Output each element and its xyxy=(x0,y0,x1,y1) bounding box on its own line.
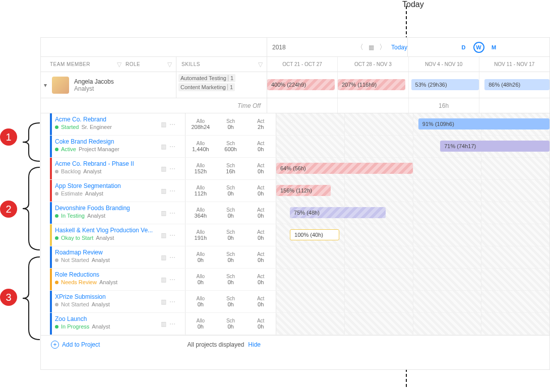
skill-pill[interactable]: Content Marketing1 xyxy=(178,83,235,91)
allo-value: 208h24 xyxy=(191,124,210,130)
project-status: Okay to Start xyxy=(61,235,93,241)
skill-pill[interactable]: Automated Testing1 xyxy=(178,74,235,82)
detail-icon[interactable]: ▥ xyxy=(161,276,166,283)
project-row: Roadmap Review Not Started Analyst ▥ ⋯ A… xyxy=(50,246,549,269)
project-role: Analyst xyxy=(87,213,105,219)
sch-value: 0h xyxy=(227,301,233,307)
project-title-link[interactable]: Acme Co. Rebrand xyxy=(55,116,158,123)
more-icon[interactable]: ⋯ xyxy=(169,187,175,194)
allocation-bar[interactable]: 64% (56h) xyxy=(276,163,413,174)
project-title-link[interactable]: Role Reductions xyxy=(55,271,158,278)
date-range-header[interactable]: OCT 21 - OCT 27 xyxy=(267,57,338,72)
prev-arrow-icon[interactable]: 〈 xyxy=(356,43,363,52)
allocation-bar[interactable]: 100% (40h) xyxy=(290,229,339,240)
callout-bracket-2 xyxy=(22,165,40,252)
act-header: Act xyxy=(257,274,264,279)
project-timeline: 100% (40h) xyxy=(276,224,549,246)
more-icon[interactable]: ⋯ xyxy=(169,276,175,283)
more-icon[interactable]: ⋯ xyxy=(169,298,175,305)
next-arrow-icon[interactable]: 〉 xyxy=(379,43,386,52)
callout-1: 1 xyxy=(0,128,17,146)
sch-header: Sch xyxy=(226,274,235,279)
hide-link[interactable]: Hide xyxy=(248,341,261,348)
project-title-link[interactable]: Zoo Launch xyxy=(55,315,158,322)
allocation-bar[interactable]: 91% (109h6) xyxy=(418,118,549,129)
project-timeline xyxy=(276,291,549,312)
today-button[interactable]: Today xyxy=(391,44,407,51)
allocation-bar[interactable]: 71% (74h17) xyxy=(440,141,549,152)
status-dot-icon xyxy=(55,258,58,262)
project-row: Zoo Launch In Progress Analyst ▥ ⋯ Allo0… xyxy=(50,313,549,335)
add-to-project-button[interactable]: + Add to Project xyxy=(41,341,100,349)
more-icon[interactable]: ⋯ xyxy=(169,320,175,328)
detail-icon[interactable]: ▥ xyxy=(161,143,166,150)
more-icon[interactable]: ⋯ xyxy=(169,165,175,172)
status-dot-icon xyxy=(55,192,58,195)
detail-icon[interactable]: ▥ xyxy=(161,232,166,239)
project-status: Needs Review xyxy=(61,279,97,285)
date-range-header[interactable]: NOV 11 - NOV 17 xyxy=(479,57,549,72)
detail-icon[interactable]: ▥ xyxy=(161,320,166,328)
project-title-link[interactable]: App Store Segmentation xyxy=(55,182,158,189)
sch-value: 600h xyxy=(224,146,236,152)
allo-value: 191h xyxy=(195,235,207,241)
allo-value: 112h xyxy=(195,190,207,197)
act-value: 2h xyxy=(258,124,264,130)
year-label: 2018 xyxy=(272,44,286,51)
more-icon[interactable]: ⋯ xyxy=(169,210,175,217)
filter-icon[interactable]: ▽ xyxy=(167,61,172,68)
detail-icon[interactable]: ▥ xyxy=(161,210,166,217)
project-title-link[interactable]: XPrize Submission xyxy=(55,293,158,300)
role-header[interactable]: ROLE xyxy=(126,61,140,67)
project-role: Analyst xyxy=(83,168,101,174)
project-title-link[interactable]: Coke Brand Redesign xyxy=(55,138,158,145)
project-title-link[interactable]: Haskell & Kent Vlog Production Ve... xyxy=(55,227,158,234)
utilization-bar[interactable]: 400% (224h9) xyxy=(267,79,335,90)
utilization-bar[interactable]: 207% (116h9) xyxy=(338,79,405,90)
sch-value: 0h xyxy=(227,323,233,330)
more-icon[interactable]: ⋯ xyxy=(169,254,175,261)
resource-panel: 2018 〈 ▦ 〉 Today D W M TEAM MEMBER▽ ROLE… xyxy=(40,37,550,370)
view-day-button[interactable]: D xyxy=(458,42,469,53)
act-value: 0h xyxy=(258,257,264,263)
member-timeline: 400% (224h9)207% (116h9)53% (29h36)86% (… xyxy=(267,72,549,98)
callout-3: 3 xyxy=(0,289,17,306)
allocation-bar[interactable]: 156% (112h) xyxy=(276,185,331,196)
detail-icon[interactable]: ▥ xyxy=(161,121,166,128)
sch-header: Sch xyxy=(226,318,235,323)
project-title-link[interactable]: Roadmap Review xyxy=(55,249,158,256)
member-name: Angela Jacobs xyxy=(74,78,114,85)
allo-value: 1,440h xyxy=(192,146,209,152)
all-projects-label: All projects displayed xyxy=(188,341,245,348)
project-role: Analyst xyxy=(92,301,110,307)
date-range-header[interactable]: NOV 4 - NOV 10 xyxy=(409,57,479,72)
detail-icon[interactable]: ▥ xyxy=(161,165,166,172)
more-icon[interactable]: ⋯ xyxy=(169,232,175,239)
project-timeline: 71% (74h17) xyxy=(276,136,549,157)
utilization-bar[interactable]: 86% (48h26) xyxy=(484,79,549,90)
more-icon[interactable]: ⋯ xyxy=(169,143,175,150)
view-week-button[interactable]: W xyxy=(473,42,484,53)
detail-icon[interactable]: ▥ xyxy=(161,187,166,194)
status-dot-icon xyxy=(55,214,58,218)
project-timeline xyxy=(276,313,549,335)
more-icon[interactable]: ⋯ xyxy=(169,121,175,128)
filter-icon[interactable]: ▽ xyxy=(117,61,121,68)
timeoff-value: 16h xyxy=(409,98,479,113)
detail-icon[interactable]: ▥ xyxy=(161,254,166,261)
expand-toggle-icon[interactable]: ▾ xyxy=(41,82,50,89)
utilization-bar[interactable]: 53% (29h36) xyxy=(411,79,479,90)
view-month-button[interactable]: M xyxy=(488,42,500,53)
project-title-link[interactable]: Acme Co. Rebrand - Phase II xyxy=(55,160,158,167)
date-range-header[interactable]: OCT 28 - NOV 3 xyxy=(338,57,408,72)
project-title-link[interactable]: Devonshire Foods Branding xyxy=(55,205,158,212)
filter-icon[interactable]: ▽ xyxy=(258,61,263,68)
allocation-bar[interactable]: 75% (48h) xyxy=(290,207,386,218)
team-member-header[interactable]: TEAM MEMBER xyxy=(50,61,90,67)
timeoff-label: Time Off xyxy=(41,98,267,113)
calendar-icon[interactable]: ▦ xyxy=(369,44,374,51)
act-value: 0h xyxy=(258,168,264,174)
skills-header[interactable]: SKILLS xyxy=(181,61,200,67)
sch-value: 0h xyxy=(227,235,233,241)
detail-icon[interactable]: ▥ xyxy=(161,298,166,305)
